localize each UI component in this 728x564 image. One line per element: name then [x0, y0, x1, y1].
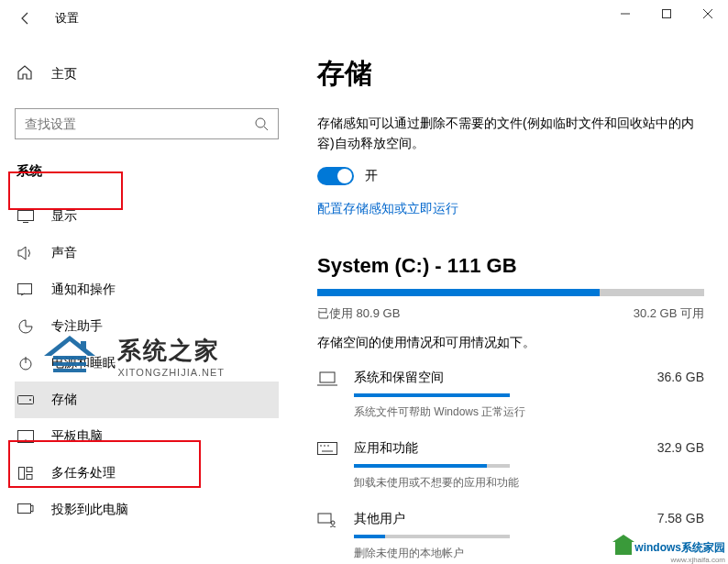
search-box[interactable]	[15, 108, 279, 139]
cat-sub: 卸载未使用或不想要的应用和功能	[354, 475, 704, 491]
power-icon	[17, 356, 35, 370]
svg-rect-1	[662, 10, 670, 18]
window-title: 设置	[55, 10, 79, 27]
home-icon	[17, 64, 35, 84]
search-icon	[254, 116, 269, 135]
drive-title: System (C:) - 111 GB	[317, 254, 704, 278]
multitask-icon	[17, 467, 35, 480]
sound-icon	[17, 247, 35, 260]
svg-rect-19	[320, 372, 335, 382]
cat-size: 32.9 GB	[657, 440, 704, 457]
nav-label: 电源和睡眠	[51, 355, 116, 371]
back-button[interactable]	[11, 4, 40, 33]
toggle-label: 开	[365, 168, 378, 184]
cat-sub: 删除未使用的本地帐户	[354, 546, 704, 561]
drive-used: 已使用 80.9 GB	[317, 305, 400, 322]
nav-multitask[interactable]: 多任务处理	[15, 455, 279, 492]
svg-rect-16	[27, 468, 32, 472]
notification-icon	[17, 283, 35, 296]
storage-sense-desc: 存储感知可以通过删除不需要的文件(例如临时文件和回收站中的内容)自动释放空间。	[317, 113, 704, 154]
nav-display[interactable]: 显示	[15, 198, 279, 235]
svg-line-5	[264, 127, 268, 130]
nav-label: 声音	[51, 245, 77, 261]
sidebar: 主页 系统 显示 声音 通知和操作 专注助手 电源和睡眠 存储	[0, 37, 293, 564]
cat-size: 7.58 GB	[657, 511, 704, 527]
nav-label: 通知和操作	[51, 282, 116, 298]
nav-notifications[interactable]: 通知和操作	[15, 271, 279, 308]
nav-power[interactable]: 电源和睡眠	[15, 345, 279, 382]
nav-focus[interactable]: 专注助手	[15, 308, 279, 345]
main-content: 存储 存储感知可以通过删除不需要的文件(例如临时文件和回收站中的内容)自动释放空…	[293, 37, 728, 564]
nav-label: 投影到此电脑	[51, 502, 128, 518]
nav-label: 存储	[51, 392, 77, 408]
drive-usage-fill	[317, 289, 600, 296]
section-header-system: 系统	[15, 156, 279, 187]
category-other-users[interactable]: 其他用户7.58 GB 删除未使用的本地帐户	[317, 511, 704, 561]
drive-free: 30.2 GB 可用	[634, 305, 704, 322]
home-label: 主页	[51, 66, 77, 83]
nav-sound[interactable]: 声音	[15, 235, 279, 271]
svg-point-12	[29, 399, 31, 401]
search-input[interactable]	[25, 116, 269, 131]
nav-tablet[interactable]: 平板电脑	[15, 418, 279, 455]
nav-label: 多任务处理	[51, 465, 116, 481]
svg-rect-6	[18, 211, 34, 221]
drive-desc: 存储空间的使用情况和可用情况如下。	[317, 335, 704, 351]
svg-rect-17	[27, 475, 32, 480]
laptop-icon	[317, 370, 339, 420]
focus-icon	[17, 319, 35, 334]
svg-rect-21	[318, 442, 337, 454]
svg-rect-18	[18, 504, 31, 514]
storage-icon	[17, 395, 35, 404]
cat-name: 系统和保留空间	[354, 370, 444, 386]
nav-label: 显示	[51, 208, 77, 225]
project-icon	[17, 503, 35, 516]
tablet-icon	[17, 430, 35, 443]
svg-point-27	[331, 521, 335, 525]
svg-rect-26	[318, 514, 331, 523]
category-system[interactable]: 系统和保留空间36.6 GB 系统文件可帮助 Windows 正常运行	[317, 370, 704, 420]
minimize-button[interactable]	[604, 0, 645, 28]
drive-usage-bar	[317, 289, 704, 296]
cat-name: 应用和功能	[354, 440, 418, 457]
users-icon	[317, 511, 339, 561]
keyboard-icon	[317, 440, 339, 491]
category-apps[interactable]: 应用和功能32.9 GB 卸载未使用或不想要的应用和功能	[317, 440, 704, 491]
svg-point-14	[25, 439, 27, 441]
cat-sub: 系统文件可帮助 Windows 正常运行	[354, 404, 704, 420]
configure-link[interactable]: 配置存储感知或立即运行	[317, 201, 458, 217]
cat-name: 其他用户	[354, 511, 405, 527]
svg-rect-15	[19, 468, 25, 480]
nav-label: 专注助手	[51, 318, 103, 335]
storage-sense-toggle[interactable]	[317, 167, 354, 185]
svg-point-4	[256, 118, 265, 127]
home-button[interactable]: 主页	[15, 59, 279, 90]
cat-size: 36.6 GB	[657, 370, 704, 386]
nav-project[interactable]: 投影到此电脑	[15, 492, 279, 528]
svg-rect-8	[18, 284, 32, 294]
page-title: 存储	[317, 55, 704, 93]
nav-storage[interactable]: 存储	[15, 382, 279, 418]
maximize-button[interactable]	[645, 0, 687, 28]
close-button[interactable]	[687, 0, 728, 28]
nav-label: 平板电脑	[51, 428, 103, 445]
display-icon	[17, 210, 35, 223]
